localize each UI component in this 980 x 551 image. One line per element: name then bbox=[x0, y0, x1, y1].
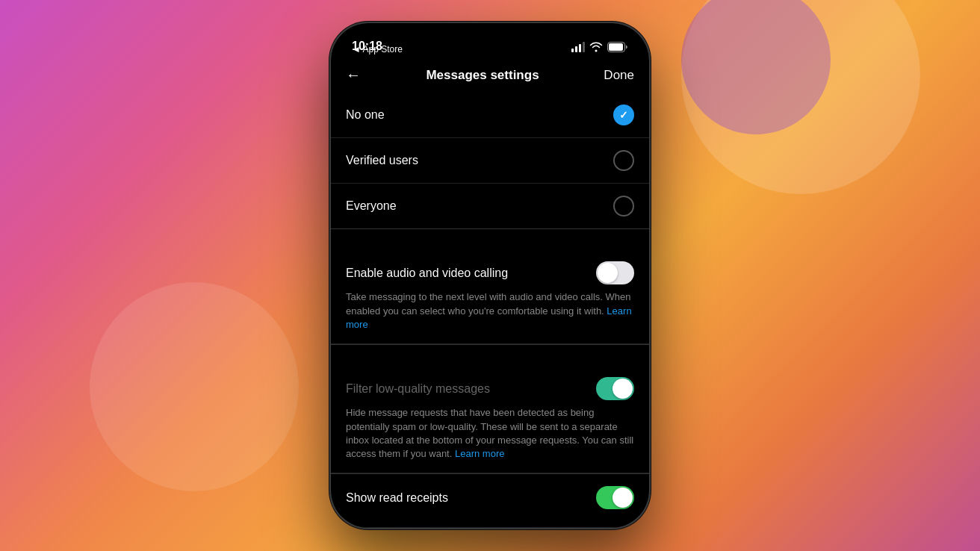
section-gap-2 bbox=[331, 345, 649, 365]
no-one-row[interactable]: No one bbox=[331, 93, 649, 138]
signal-bar-1 bbox=[571, 49, 574, 52]
everyone-label: Everyone bbox=[346, 199, 397, 213]
filter-description: Hide message requests that have been det… bbox=[346, 406, 634, 461]
phone-frame: 10:18 ◄ App Store bbox=[329, 22, 651, 529]
filter-label: Filter low-quality messages bbox=[346, 382, 596, 396]
no-one-radio[interactable] bbox=[613, 105, 634, 125]
wifi-icon bbox=[589, 42, 603, 52]
dynamic-island bbox=[445, 31, 535, 56]
signal-bar-2 bbox=[575, 46, 577, 52]
audio-video-toggle-knob bbox=[598, 263, 618, 283]
signal-bars-icon bbox=[571, 42, 585, 52]
audio-video-label: Enable audio and video calling bbox=[346, 267, 596, 280]
read-receipts-row: Show read receipts bbox=[331, 474, 649, 528]
nav-done-button[interactable]: Done bbox=[589, 68, 634, 83]
signal-bar-3 bbox=[579, 44, 581, 52]
message-request-section: No one Verified users Everyone bbox=[331, 93, 649, 228]
nav-bar: ← Messages settings Done bbox=[331, 60, 649, 93]
audio-video-row: Enable audio and video calling Take mess… bbox=[331, 249, 649, 344]
status-icons bbox=[571, 42, 628, 52]
read-receipts-label: Show read receipts bbox=[346, 491, 596, 505]
signal-bar-4 bbox=[583, 42, 585, 52]
read-receipts-toggle[interactable] bbox=[596, 486, 634, 509]
filter-learn-more[interactable]: Learn more bbox=[455, 448, 504, 459]
read-receipts-header: Show read receipts bbox=[346, 486, 634, 509]
audio-video-desc-text: Take messaging to the next level with au… bbox=[346, 291, 631, 316]
everyone-radio[interactable] bbox=[613, 196, 634, 217]
filter-header: Filter low-quality messages bbox=[346, 377, 634, 400]
nav-title: Messages settings bbox=[426, 68, 539, 83]
svg-rect-1 bbox=[609, 43, 623, 51]
filter-toggle-knob bbox=[612, 379, 633, 399]
audio-video-header: Enable audio and video calling bbox=[346, 261, 634, 284]
status-back-label[interactable]: ◄ App Store bbox=[352, 44, 403, 55]
bg-blob-2 bbox=[90, 282, 299, 491]
everyone-row[interactable]: Everyone bbox=[331, 184, 649, 228]
filter-toggle[interactable] bbox=[596, 377, 634, 400]
verified-users-radio[interactable] bbox=[613, 150, 634, 171]
no-one-label: No one bbox=[346, 108, 385, 122]
content-area: No one Verified users Everyone bbox=[331, 93, 649, 528]
battery-icon bbox=[607, 42, 628, 52]
audio-video-description: Take messaging to the next level with au… bbox=[346, 290, 634, 331]
filter-low-quality-row: Filter low-quality messages Hide message… bbox=[331, 365, 649, 473]
audio-video-toggle[interactable] bbox=[596, 261, 634, 284]
verified-users-label: Verified users bbox=[346, 154, 418, 167]
nav-back-button[interactable]: ← bbox=[346, 66, 376, 84]
phone-screen: 10:18 ◄ App Store bbox=[331, 23, 649, 528]
status-left: 10:18 ◄ App Store bbox=[352, 40, 403, 55]
verified-users-row[interactable]: Verified users bbox=[331, 138, 649, 184]
read-receipts-toggle-knob bbox=[612, 488, 633, 508]
section-gap-1 bbox=[331, 229, 649, 249]
phone-wrapper: 10:18 ◄ App Store bbox=[329, 22, 651, 529]
